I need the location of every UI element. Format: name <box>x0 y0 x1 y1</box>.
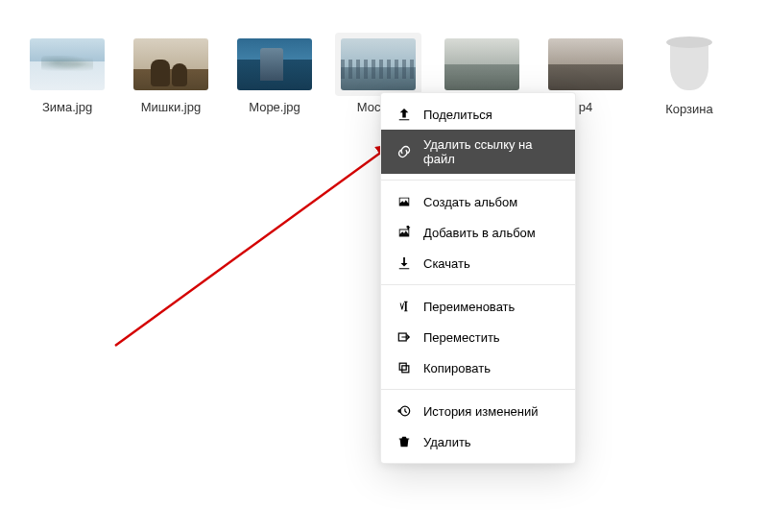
image-icon <box>396 194 412 209</box>
thumbnail <box>30 38 105 90</box>
annotation-arrow <box>106 134 403 355</box>
svg-rect-2 <box>402 366 409 373</box>
file-label: Море.jpg <box>249 100 300 114</box>
trash[interactable]: Корзина <box>651 38 728 116</box>
trash-icon <box>666 33 712 92</box>
share-icon <box>396 107 412 122</box>
menu-remove-link[interactable]: Удалить ссылку на файл <box>381 130 575 174</box>
thumbnail <box>133 38 208 90</box>
menu-label: Переместить <box>423 330 500 345</box>
file-item[interactable] <box>444 38 520 100</box>
menu-label: Создать альбом <box>423 195 517 209</box>
menu-separator <box>381 389 575 390</box>
menu-separator <box>381 180 575 181</box>
thumbnail <box>237 38 312 90</box>
menu-label: Скачать <box>423 256 470 271</box>
menu-share[interactable]: Поделиться <box>381 99 575 130</box>
file-label: Зима.jpg <box>42 100 92 114</box>
menu-label: История изменений <box>423 404 539 419</box>
menu-label: Добавить в альбом <box>423 226 536 240</box>
menu-separator <box>381 284 575 285</box>
menu-move[interactable]: Переместить <box>381 322 575 352</box>
menu-history[interactable]: История изменений <box>381 396 575 426</box>
copy-icon <box>396 360 412 375</box>
file-item[interactable]: Море.jpg <box>236 38 313 114</box>
download-icon <box>396 255 412 271</box>
menu-label: Переименовать <box>423 300 515 314</box>
history-icon <box>396 403 412 419</box>
trash-label: Корзина <box>665 102 713 116</box>
file-label: p4 <box>579 100 592 114</box>
trash-icon <box>396 434 412 449</box>
menu-delete[interactable]: Удалить <box>381 426 575 457</box>
menu-label: Копировать <box>423 361 491 375</box>
menu-rename[interactable]: Переименовать <box>381 291 575 322</box>
menu-label: Удалить <box>423 435 471 449</box>
rename-icon <box>396 299 412 314</box>
file-label: Мишки.jpg <box>141 100 201 114</box>
thumbnail <box>444 38 519 90</box>
add-image-icon <box>396 225 412 240</box>
svg-line-4 <box>115 146 390 346</box>
file-item[interactable]: Мишки.jpg <box>132 38 209 114</box>
file-item[interactable]: Зима.jpg <box>29 38 106 114</box>
unlink-icon <box>396 144 412 159</box>
menu-download[interactable]: Скачать <box>381 248 575 278</box>
menu-add-to-album[interactable]: Добавить в альбом <box>381 217 575 248</box>
thumbnail <box>548 38 623 90</box>
menu-copy[interactable]: Копировать <box>381 352 575 383</box>
context-menu: Поделиться Удалить ссылку на файл Создат… <box>380 92 576 464</box>
menu-label: Удалить ссылку на файл <box>423 137 560 166</box>
move-icon <box>396 329 412 345</box>
svg-rect-1 <box>399 363 406 370</box>
thumbnail <box>341 38 416 90</box>
menu-label: Поделиться <box>423 108 492 122</box>
menu-create-album[interactable]: Создать альбом <box>381 186 575 217</box>
